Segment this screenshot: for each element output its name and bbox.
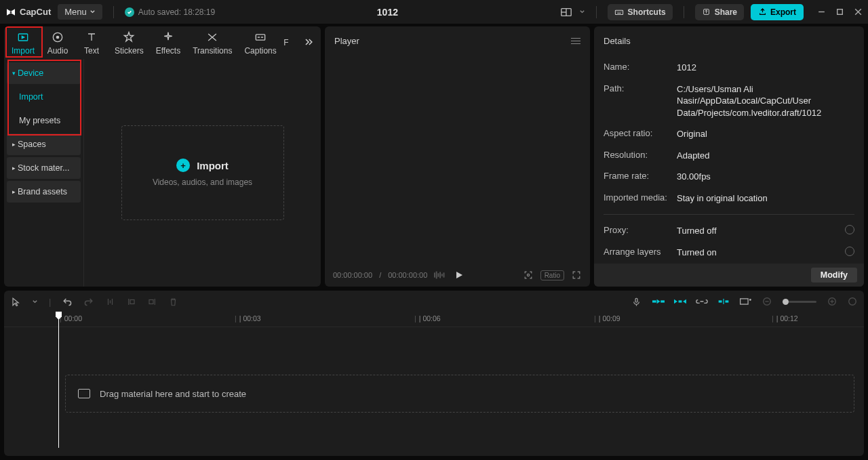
- tab-label: Audio: [47, 46, 68, 56]
- redo-button[interactable]: [83, 296, 94, 307]
- timeline[interactable]: 00:00 | 00:03 | 00:06 | 00:09 | 00:12 Dr…: [4, 312, 864, 456]
- play-button[interactable]: [454, 270, 464, 280]
- chevron-double-right-icon: [303, 37, 314, 47]
- sidebar-item-stock[interactable]: ▸Stock mater...: [7, 157, 81, 179]
- time-separator: /: [379, 271, 381, 279]
- divider: [684, 6, 684, 18]
- timeline-ruler[interactable]: 00:00 | 00:03 | 00:06 | 00:09 | 00:12: [4, 312, 864, 327]
- player-viewport[interactable]: [325, 55, 590, 264]
- chevron-right-icon: ▸: [12, 141, 16, 148]
- menu-button[interactable]: Menu: [58, 4, 102, 20]
- shortcuts-button[interactable]: Shortcuts: [608, 4, 673, 20]
- player-menu-button[interactable]: [571, 38, 580, 44]
- sidebar-item-import[interactable]: Import: [7, 86, 81, 108]
- ruler-mark: | 00:03: [235, 314, 261, 322]
- svg-marker-45: [674, 299, 677, 304]
- ratio-button[interactable]: Ratio: [540, 270, 564, 280]
- minimize-button[interactable]: [817, 7, 826, 16]
- import-dropzone[interactable]: + Import Videos, audios, and images: [121, 125, 284, 220]
- cover-button[interactable]: [739, 297, 751, 306]
- svg-point-17: [56, 36, 58, 38]
- info-icon[interactable]: [845, 225, 854, 234]
- sidebar-item-spaces[interactable]: ▸Spaces: [7, 133, 81, 155]
- player-panel: Player 00:00:00:00 / 00:00:00:00 Ratio: [325, 26, 590, 287]
- svg-rect-27: [436, 272, 437, 279]
- zoom-out-button[interactable]: [762, 297, 772, 306]
- link-button[interactable]: [696, 297, 708, 306]
- sidebar-label: Stock mater...: [18, 163, 69, 173]
- tab-text[interactable]: Text: [75, 28, 108, 58]
- undo-button[interactable]: [62, 296, 73, 307]
- ruler-mark: 00:00: [60, 314, 82, 322]
- svg-point-58: [849, 298, 856, 306]
- film-icon: [78, 389, 90, 398]
- timeline-dropzone[interactable]: Drag material here and start to create: [65, 375, 854, 413]
- playhead[interactable]: [58, 312, 59, 448]
- effects-icon: [161, 30, 175, 44]
- value-path: C:/Users/Usman Ali Nasir/AppData/Local/C…: [677, 83, 854, 119]
- tab-import[interactable]: Import: [5, 28, 41, 58]
- mic-button[interactable]: [631, 297, 642, 307]
- label-ar: Aspect ratio:: [604, 128, 677, 140]
- chevron-right-icon: ▸: [12, 188, 16, 195]
- zoom-in-button[interactable]: [827, 297, 837, 306]
- plus-icon: +: [176, 159, 190, 172]
- split-button[interactable]: [105, 297, 115, 307]
- details-body: Name:1012 Path:C:/Users/Usman Ali Nasir/…: [594, 55, 864, 264]
- check-icon: [125, 7, 134, 17]
- titlebar-right: Shortcuts Share Export: [560, 4, 863, 20]
- preview-axis[interactable]: [717, 297, 730, 306]
- divider: [596, 6, 597, 18]
- svg-marker-15: [22, 36, 24, 38]
- app-name: CapCut: [20, 7, 51, 17]
- main-track-magnet[interactable]: [652, 297, 665, 306]
- delete-button[interactable]: [168, 297, 178, 307]
- player-controls: 00:00:00:00 / 00:00:00:00 Ratio: [325, 264, 590, 287]
- layout-icon[interactable]: [560, 6, 572, 18]
- tab-more-partial[interactable]: F: [283, 35, 290, 50]
- tab-captions[interactable]: Captions: [238, 28, 282, 58]
- window-controls: [817, 7, 863, 16]
- trim-left-button[interactable]: [126, 297, 136, 307]
- title-bar: CapCut Menu Auto saved: 18:28:19 1012 Sh…: [0, 0, 868, 24]
- svg-marker-44: [657, 299, 660, 304]
- svg-rect-30: [441, 274, 443, 276]
- value-fps: 30.00fps: [677, 171, 854, 183]
- volume-icon[interactable]: [434, 271, 448, 279]
- export-button[interactable]: Export: [751, 4, 804, 20]
- chevron-down-icon[interactable]: [579, 9, 585, 15]
- trim-right-button[interactable]: [147, 297, 157, 307]
- chevron-down-icon: [90, 9, 96, 15]
- label-name: Name:: [604, 62, 677, 74]
- tab-stickers[interactable]: Stickers: [108, 28, 150, 58]
- share-button[interactable]: Share: [695, 4, 744, 20]
- tab-transitions[interactable]: Transitions: [186, 28, 238, 58]
- zoom-fit-button[interactable]: [848, 297, 857, 306]
- stickers-icon: [122, 30, 136, 44]
- share-label: Share: [715, 7, 737, 17]
- sidebar-item-device[interactable]: ▾Device: [7, 62, 81, 84]
- sidebar-label: Import: [19, 92, 43, 102]
- tabs-overflow-button[interactable]: [298, 37, 319, 49]
- modify-button[interactable]: Modify: [811, 268, 857, 283]
- tab-effects[interactable]: Effects: [150, 28, 186, 58]
- select-tool[interactable]: [11, 297, 21, 307]
- chevron-right-icon: ▸: [12, 165, 16, 171]
- details-panel: Details Name:1012 Path:C:/Users/Usman Al…: [594, 26, 864, 287]
- auto-snap[interactable]: [674, 297, 686, 306]
- player-header: Player: [325, 26, 590, 55]
- zoom-slider[interactable]: [783, 301, 816, 303]
- focus-icon[interactable]: [523, 270, 534, 280]
- transitions-icon: [205, 30, 219, 44]
- info-icon[interactable]: [845, 247, 854, 256]
- sidebar-item-presets[interactable]: My presets: [7, 110, 81, 131]
- sidebar-item-brand[interactable]: ▸Brand assets: [7, 181, 81, 203]
- svg-rect-50: [725, 300, 728, 302]
- select-tool-dropdown[interactable]: [32, 299, 38, 305]
- fullscreen-icon[interactable]: [571, 270, 582, 280]
- maximize-button[interactable]: [835, 7, 844, 16]
- close-button[interactable]: [854, 7, 863, 16]
- svg-rect-31: [443, 272, 445, 277]
- details-header: Details: [594, 26, 864, 55]
- tab-audio[interactable]: Audio: [41, 28, 75, 58]
